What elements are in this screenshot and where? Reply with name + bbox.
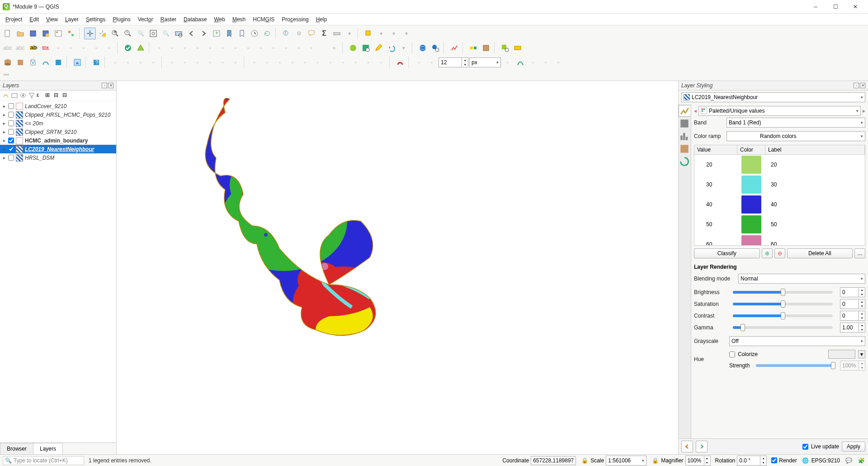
maximize-button[interactable]: ☐	[826, 0, 845, 13]
topo-icon[interactable]	[135, 42, 146, 54]
zoom-full-icon[interactable]	[147, 28, 159, 39]
ed10-icon[interactable]: ▫	[268, 42, 279, 54]
magnifier-input[interactable]: ▴▾	[685, 456, 711, 466]
messages-icon[interactable]: 💬	[844, 456, 853, 465]
gamma-input[interactable]: ▴▾	[840, 323, 865, 333]
th-value[interactable]: Value	[694, 145, 737, 154]
deselect-icon[interactable]: ▾	[388, 28, 400, 39]
ed5-icon[interactable]: ▫	[204, 42, 216, 54]
undo-style-icon[interactable]	[681, 441, 693, 452]
layer-expand-icon[interactable]: ⊞	[45, 92, 52, 99]
class-swatch[interactable]	[741, 195, 761, 214]
th-color[interactable]: Color	[737, 145, 765, 154]
styling-float-icon[interactable]: ▫	[854, 83, 859, 88]
layer-visibility-checkbox[interactable]	[8, 138, 14, 143]
layer-collapse-icon[interactable]: ⊟	[54, 92, 61, 99]
layer-visibility-checkbox[interactable]	[8, 103, 14, 109]
datasrc-icon[interactable]	[2, 57, 14, 68]
snap-value[interactable]	[439, 58, 462, 67]
render-type-combo[interactable]: Paletted/Unique values ▾	[698, 106, 861, 116]
snp3-icon[interactable]: ▫	[540, 57, 552, 68]
show-bookmarks-icon[interactable]	[236, 28, 248, 39]
scale-combo[interactable]: 1:561006▾	[606, 456, 646, 466]
mini-icon[interactable]	[2, 71, 11, 79]
snp1-icon[interactable]: ▫	[502, 57, 514, 68]
rotation-input[interactable]: ▴▾	[737, 456, 767, 466]
redo-style-icon[interactable]	[696, 441, 708, 452]
dg9-icon[interactable]: ▫	[217, 57, 229, 68]
proc1-icon[interactable]	[467, 42, 479, 54]
add-class-button[interactable]: ⊕	[762, 248, 773, 258]
ramp-combo[interactable]: Random colors▾	[726, 131, 865, 141]
layer-item[interactable]: ▸ HRSL_DSM	[0, 153, 116, 162]
panel-float-icon[interactable]: ▫	[102, 83, 107, 88]
class-row[interactable]: 20 20	[694, 155, 865, 175]
label-icon[interactable]: abc	[2, 42, 14, 54]
layer-list[interactable]: ▸ LandCover_9210▸ Clipped_HRSL_HCMC_Pops…	[0, 101, 116, 442]
menu-hcmgis[interactable]: HCMGIS	[249, 15, 278, 24]
zoom-in-icon[interactable]: +	[109, 28, 121, 39]
class-swatch[interactable]	[741, 215, 761, 233]
zoom-native-icon[interactable]: 🔍	[135, 28, 146, 39]
layer-item[interactable]: ▸ Clipped_HRSL_HCMC_Pops_9210	[0, 110, 116, 119]
zoom-next-icon[interactable]	[198, 28, 210, 39]
open-project-icon[interactable]	[14, 28, 26, 39]
snap-opt-icon[interactable]: ▫	[413, 57, 425, 68]
lbl5-icon[interactable]: ▫	[52, 42, 64, 54]
proc-tool-icon[interactable]	[512, 42, 524, 54]
undo-dd-icon[interactable]: ▾	[398, 42, 410, 54]
class-row[interactable]: 40 40	[694, 195, 865, 214]
layer-visibility-icon[interactable]	[19, 92, 27, 99]
menu-web[interactable]: Web	[210, 15, 228, 24]
temporal-icon[interactable]	[249, 28, 260, 39]
new-bookmark-icon[interactable]	[223, 28, 235, 39]
dg12-icon[interactable]: ▫	[261, 57, 273, 68]
save-project-icon[interactable]	[27, 28, 39, 39]
more-button[interactable]: …	[854, 248, 865, 258]
select-dropdown-icon[interactable]: ▾	[375, 28, 387, 39]
chart-icon[interactable]	[448, 42, 460, 54]
map-canvas[interactable]	[117, 81, 678, 454]
zoom-selection-icon[interactable]: 🔍	[160, 28, 172, 39]
osm-find-icon[interactable]	[360, 42, 372, 54]
expand-icon[interactable]: ▸	[2, 121, 6, 126]
menu-edit[interactable]: Edit	[26, 15, 42, 24]
snap-unit-combo[interactable]: px▾	[469, 57, 501, 67]
tab-layers[interactable]: Layers	[33, 443, 63, 454]
layer-visibility-checkbox[interactable]	[8, 146, 14, 152]
band-combo[interactable]: Band 1 (Red)▾	[726, 118, 865, 128]
contrast-slider[interactable]	[733, 314, 833, 317]
edit-pencil-icon[interactable]	[373, 42, 384, 54]
new-shp-icon[interactable]: V	[27, 57, 39, 68]
render-checkbox[interactable]	[771, 457, 777, 463]
new-spatialite-icon[interactable]	[40, 57, 52, 68]
layer-filter-icon[interactable]	[28, 92, 35, 99]
ed4-icon[interactable]: ▫	[192, 42, 203, 54]
layer-visibility-checkbox[interactable]	[8, 129, 14, 135]
saturation-slider[interactable]	[733, 303, 833, 305]
panel-close-icon[interactable]: ✕	[108, 83, 113, 88]
class-row[interactable]: 60 60	[694, 234, 865, 245]
ed13-icon[interactable]: ▫	[306, 42, 317, 54]
ed3-icon[interactable]: ▫	[179, 42, 191, 54]
tracing-icon[interactable]	[514, 57, 526, 68]
label2-icon[interactable]: abc	[14, 42, 26, 54]
help-icon[interactable]: ?	[90, 57, 102, 68]
menu-raster[interactable]: Raster	[157, 15, 180, 24]
menu-plugins[interactable]: Plugins	[109, 15, 134, 24]
crs-value[interactable]: EPSG:9210	[811, 457, 840, 464]
menu-layer[interactable]: Layer	[61, 15, 82, 24]
layer-item[interactable]: ▸ <= 20m	[0, 119, 116, 128]
expand-icon[interactable]: ▸	[2, 147, 6, 152]
strength-slider[interactable]	[756, 364, 834, 367]
expand-icon[interactable]: ▸	[2, 112, 6, 117]
menu-settings[interactable]: Settings	[82, 15, 109, 24]
layer-style-icon[interactable]	[2, 92, 9, 99]
identify-icon[interactable]: i	[280, 28, 292, 39]
statistics-icon[interactable]: Σ	[318, 28, 330, 39]
tab-histogram-icon[interactable]	[679, 130, 690, 142]
select-icon[interactable]	[363, 28, 374, 39]
new-map-view-icon[interactable]: +	[211, 28, 222, 39]
new-virtual-icon[interactable]	[52, 57, 64, 68]
layer-visibility-checkbox[interactable]	[8, 112, 14, 118]
